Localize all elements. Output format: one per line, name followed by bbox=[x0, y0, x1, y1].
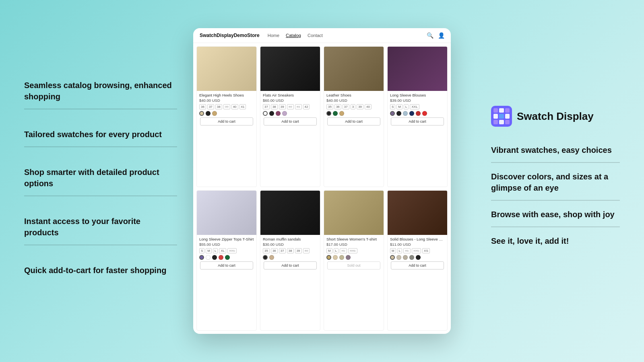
size-chip-35[interactable]: 35 bbox=[263, 248, 270, 253]
right-feature-discover: Discover colors, and sizes at a glimpse … bbox=[491, 171, 620, 201]
add-to-cart-button-p6[interactable]: Add to cart bbox=[264, 261, 317, 269]
size-chip-S[interactable]: S bbox=[390, 104, 395, 109]
color-swatch[interactable] bbox=[326, 111, 331, 116]
color-swatch[interactable] bbox=[396, 111, 401, 116]
size-chip-3[interactable]: 3 bbox=[351, 104, 355, 109]
size-chip-XL[interactable]: XL bbox=[340, 248, 347, 253]
size-chip-L[interactable]: L bbox=[404, 104, 409, 109]
color-swatch[interactable] bbox=[282, 111, 287, 116]
size-chip-L[interactable]: L bbox=[213, 248, 218, 253]
size-chip-36[interactable]: 36 bbox=[199, 104, 206, 109]
add-to-cart-button-p5[interactable]: Add to cart bbox=[200, 261, 253, 269]
size-chip-41[interactable]: 41 bbox=[239, 104, 246, 109]
right-feature-seeit: See it, love it, add it! bbox=[491, 235, 620, 253]
add-to-cart-button-p2[interactable]: Add to cart bbox=[264, 117, 317, 125]
color-swatch[interactable] bbox=[333, 255, 338, 260]
size-chip-37[interactable]: 37 bbox=[207, 104, 214, 109]
color-swatch[interactable] bbox=[276, 111, 281, 116]
add-to-cart-button-p1[interactable]: Add to cart bbox=[200, 117, 253, 125]
color-swatch[interactable] bbox=[403, 111, 408, 116]
size-chip-M[interactable]: M bbox=[396, 104, 402, 109]
size-chip-40[interactable]: 40 bbox=[365, 104, 372, 109]
size-chip-40[interactable]: 40 bbox=[287, 104, 294, 109]
size-chip-XL[interactable]: XL bbox=[219, 248, 226, 253]
size-chip-XXL[interactable]: XXL bbox=[410, 104, 419, 109]
color-swatch[interactable] bbox=[326, 255, 331, 260]
size-chip-41[interactable]: 41 bbox=[295, 104, 302, 109]
size-chip-37[interactable]: 37 bbox=[343, 104, 349, 109]
color-swatch[interactable] bbox=[333, 111, 338, 116]
size-chip-38[interactable]: 38 bbox=[271, 104, 278, 109]
size-chip-40[interactable]: 40 bbox=[231, 104, 238, 109]
size-chip-36[interactable]: 36 bbox=[334, 104, 341, 109]
color-swatch[interactable] bbox=[390, 255, 395, 260]
color-swatch[interactable] bbox=[199, 111, 204, 116]
product-info-p2: Flats Air Sneakers$60.00 USD373839404142… bbox=[260, 91, 320, 129]
color-swatch[interactable] bbox=[269, 255, 274, 260]
color-swatch[interactable] bbox=[206, 255, 211, 260]
add-to-cart-button-p4[interactable]: Add to cart bbox=[391, 117, 444, 125]
color-swatch[interactable] bbox=[390, 111, 395, 116]
color-swatch[interactable] bbox=[212, 255, 217, 260]
size-chip-38[interactable]: 38 bbox=[215, 104, 222, 109]
size-chip-M[interactable]: M bbox=[206, 248, 212, 253]
color-row bbox=[390, 255, 445, 260]
color-swatch[interactable] bbox=[339, 255, 344, 260]
size-chip-XS[interactable]: XS bbox=[422, 248, 430, 253]
size-chip-42[interactable]: 42 bbox=[303, 104, 310, 109]
color-swatch[interactable] bbox=[263, 111, 268, 116]
size-chip-XXL[interactable]: XXL bbox=[227, 248, 237, 253]
color-swatch[interactable] bbox=[409, 255, 414, 260]
product-image-p3 bbox=[324, 47, 384, 91]
color-swatch[interactable] bbox=[403, 255, 408, 260]
color-swatch[interactable] bbox=[339, 111, 344, 116]
size-chip-40[interactable]: 40 bbox=[303, 248, 310, 253]
size-chip-37[interactable]: 37 bbox=[279, 248, 286, 253]
color-swatch[interactable] bbox=[346, 255, 351, 260]
product-grid: Elegant High Heels Shoes$40.00 USD363738… bbox=[193, 43, 451, 334]
color-swatch[interactable] bbox=[199, 255, 204, 260]
size-chip-XXL[interactable]: XXL bbox=[412, 248, 421, 253]
size-chip-37[interactable]: 37 bbox=[263, 104, 270, 109]
product-name: Long Sleeve Blouses bbox=[390, 93, 445, 97]
add-to-cart-button-p3[interactable]: Add to cart bbox=[327, 117, 380, 125]
right-feature-vibrant: Vibrant swatches, easy choices bbox=[491, 144, 620, 163]
size-chip-39[interactable]: 39 bbox=[357, 104, 363, 109]
size-chip-XL[interactable]: XL bbox=[403, 248, 411, 253]
color-swatch[interactable] bbox=[219, 255, 223, 260]
size-chip-36[interactable]: 36 bbox=[271, 248, 278, 253]
nav-home[interactable]: Home bbox=[268, 33, 279, 38]
color-swatch[interactable] bbox=[212, 111, 217, 116]
nav-catalog[interactable]: Catalog bbox=[286, 33, 301, 38]
size-chip-39[interactable]: 39 bbox=[295, 248, 302, 253]
size-chip-39[interactable]: 39 bbox=[279, 104, 286, 109]
size-chip-S[interactable]: S bbox=[199, 248, 204, 253]
product-image-p1 bbox=[197, 47, 256, 91]
size-chip-L[interactable]: L bbox=[397, 248, 402, 253]
color-swatch[interactable] bbox=[263, 255, 268, 260]
product-price: $40.00 USD bbox=[326, 98, 381, 103]
product-name: Long Sleeve Zipper Tops T-Shirt bbox=[199, 237, 254, 241]
color-swatch[interactable] bbox=[422, 111, 427, 116]
size-chip-38[interactable]: 38 bbox=[287, 248, 294, 253]
color-swatch[interactable] bbox=[225, 255, 230, 260]
color-swatch[interactable] bbox=[416, 111, 421, 116]
add-to-cart-button-p8[interactable]: Add to cart bbox=[391, 261, 444, 269]
logo-cell bbox=[499, 120, 504, 124]
color-swatch[interactable] bbox=[269, 111, 274, 116]
size-chip-M[interactable]: M bbox=[390, 248, 396, 253]
search-icon[interactable]: 🔍 bbox=[427, 32, 433, 39]
color-swatch[interactable] bbox=[416, 255, 421, 260]
nav-contact[interactable]: Contact bbox=[308, 33, 323, 38]
size-chip-XXL[interactable]: XXL bbox=[348, 248, 357, 253]
color-swatch[interactable] bbox=[396, 255, 401, 260]
size-chip-L[interactable]: L bbox=[334, 248, 339, 253]
account-icon[interactable]: 👤 bbox=[438, 32, 444, 39]
size-chip-39[interactable]: 39 bbox=[223, 104, 230, 109]
size-chip-35[interactable]: 35 bbox=[326, 104, 333, 109]
color-swatch[interactable] bbox=[409, 111, 414, 116]
size-chip-M[interactable]: M bbox=[326, 248, 332, 253]
logo-cell bbox=[505, 108, 510, 113]
product-image-p6 bbox=[260, 191, 320, 235]
color-swatch[interactable] bbox=[206, 111, 211, 116]
